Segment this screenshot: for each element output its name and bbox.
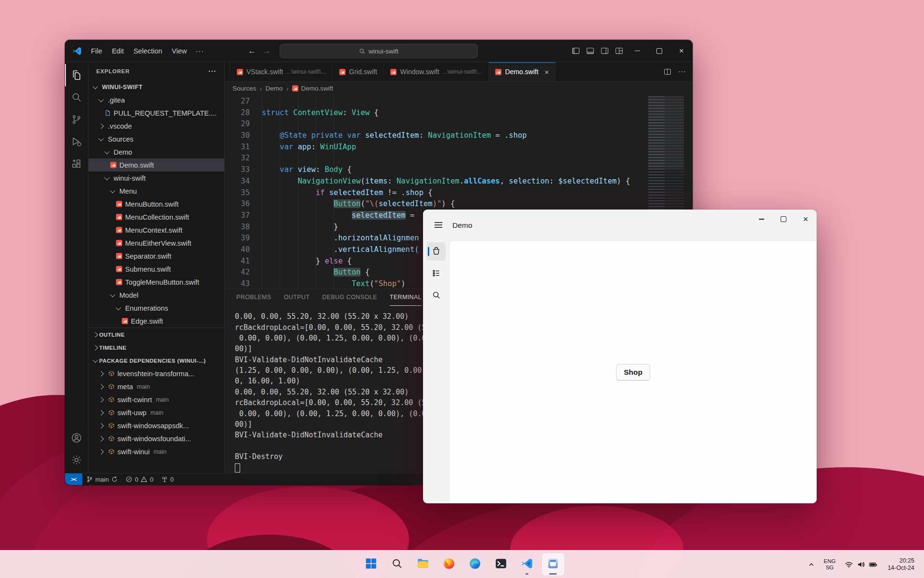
forward-button[interactable]: → bbox=[263, 46, 271, 56]
shop-button[interactable]: Shop bbox=[616, 364, 650, 381]
breadcrumb-item-demo[interactable]: Demo bbox=[266, 85, 283, 92]
demo-app-window: Demo × Shop bbox=[423, 210, 817, 503]
tree-item-menubutton-swift[interactable]: MenuButton.swift bbox=[89, 197, 224, 210]
tree-item-separator-swift[interactable]: Separator.swift bbox=[89, 250, 224, 263]
breadcrumb-item-sources[interactable]: Sources bbox=[232, 85, 257, 92]
back-button[interactable]: ← bbox=[248, 46, 256, 56]
toggle-secondary-sidebar-icon[interactable] bbox=[597, 44, 612, 58]
clock[interactable]: 20:25 14-Oct-24 bbox=[884, 557, 918, 572]
explorer-icon[interactable] bbox=[65, 64, 88, 86]
panel-tab-problems[interactable]: PROBLEMS bbox=[236, 289, 271, 306]
nav-item-bag[interactable] bbox=[426, 242, 446, 261]
package-item-swift-windowsfoundati[interactable]: swift-windowsfoundati... bbox=[89, 432, 224, 445]
tree-label: PULL_REQUEST_TEMPLATE.... bbox=[114, 109, 217, 117]
tree-item-vscode[interactable]: .vscode bbox=[89, 119, 224, 132]
menu-edit[interactable]: Edit bbox=[107, 45, 128, 57]
tree-item-menucollection-swift[interactable]: MenuCollection.swift bbox=[89, 210, 224, 223]
demo-maximize-button[interactable] bbox=[772, 210, 795, 229]
demo-close-button[interactable]: × bbox=[795, 210, 817, 229]
ports-indicator[interactable]: 0 bbox=[157, 473, 178, 485]
tree-item-demo-swift[interactable]: Demo.swift bbox=[89, 158, 224, 171]
menu-more-icon[interactable]: ··· bbox=[192, 47, 208, 55]
vscode-titlebar: FileEditSelectionView ··· ← → winui-swif… bbox=[65, 40, 693, 62]
tree-item-demo[interactable]: Demo bbox=[89, 145, 224, 158]
editor-tab-grid-swift[interactable]: Grid.swift bbox=[333, 62, 384, 81]
tray-status-icons[interactable] bbox=[842, 555, 881, 574]
window-minimize-button[interactable] bbox=[626, 40, 648, 62]
nav-item-search[interactable] bbox=[426, 287, 446, 305]
panel-tab-output[interactable]: OUTPUT bbox=[284, 289, 310, 306]
split-editor-icon[interactable] bbox=[664, 68, 671, 76]
extensions-icon[interactable] bbox=[65, 153, 88, 175]
tree-item-edge-swift[interactable]: Edge.swift bbox=[89, 315, 224, 328]
toggle-panel-icon[interactable] bbox=[583, 44, 597, 58]
taskbar-search-button[interactable] bbox=[386, 553, 409, 576]
demo-minimize-button[interactable] bbox=[750, 210, 772, 229]
editor-tab-vstack-swift[interactable]: VStack.swift...\winui-swift\... bbox=[230, 62, 333, 81]
customize-layout-icon[interactable] bbox=[612, 44, 626, 58]
command-center-search[interactable]: winui-swift bbox=[280, 44, 478, 58]
tray-chevron-up-icon[interactable] bbox=[806, 555, 817, 574]
editor-more-icon[interactable]: ··· bbox=[678, 67, 686, 76]
tree-item-togglemenubutton-swift[interactable]: ToggleMenuButton.swift bbox=[89, 276, 224, 289]
section-label: PACKAGE DEPENDENCIES (WINUI-...) bbox=[99, 358, 206, 364]
section-outline[interactable]: OUTLINE bbox=[89, 328, 224, 341]
taskbar-firefox-button[interactable] bbox=[438, 553, 461, 576]
branch-indicator[interactable]: main bbox=[82, 473, 122, 485]
menu-selection[interactable]: Selection bbox=[128, 45, 167, 57]
explorer-more-icon[interactable]: ··· bbox=[208, 67, 217, 75]
tree-item-winui-swift[interactable]: WINUI-SWIFT bbox=[89, 80, 224, 93]
taskbar-demo-app-button[interactable] bbox=[542, 553, 565, 576]
search-sidebar-icon[interactable] bbox=[65, 86, 88, 108]
tree-item-winui-swift[interactable]: winui-swift bbox=[89, 171, 224, 184]
taskbar-explorer-button[interactable] bbox=[412, 553, 435, 576]
source-control-icon[interactable] bbox=[65, 108, 88, 131]
taskbar-edge-button[interactable] bbox=[464, 553, 487, 576]
tree-item-pull-request-template[interactable]: PULL_REQUEST_TEMPLATE.... bbox=[89, 106, 224, 119]
tree-item-enumerations[interactable]: Enumerations bbox=[89, 302, 224, 315]
problems-indicator[interactable]: 0 0 bbox=[122, 473, 157, 485]
taskbar-start-button[interactable] bbox=[360, 553, 383, 576]
tree-item-gitea[interactable]: .gitea bbox=[89, 93, 224, 106]
window-maximize-button[interactable] bbox=[648, 40, 670, 62]
section-timeline[interactable]: TIMELINE bbox=[89, 341, 224, 354]
tree-item-menucontext-swift[interactable]: MenuContext.swift bbox=[89, 223, 224, 236]
running-indicator bbox=[526, 573, 528, 575]
tab-close-icon[interactable]: × bbox=[545, 68, 549, 76]
panel-tab-debug-console[interactable]: DEBUG CONSOLE bbox=[322, 289, 377, 306]
window-close-button[interactable]: × bbox=[670, 40, 693, 62]
package-item-swift-uwp[interactable]: swift-uwpmain bbox=[89, 406, 224, 419]
menu-view[interactable]: View bbox=[167, 45, 192, 57]
tab-overflow-sliver bbox=[225, 62, 230, 81]
package-item-meta[interactable]: metamain bbox=[89, 380, 224, 393]
toggle-sidebar-icon[interactable] bbox=[568, 44, 583, 58]
run-debug-icon[interactable] bbox=[65, 131, 88, 153]
tree-item-sources[interactable]: Sources bbox=[89, 132, 224, 145]
package-item-swift-cwinrt[interactable]: swift-cwinrtmain bbox=[89, 393, 224, 406]
nav-item-list[interactable] bbox=[426, 264, 446, 283]
tree-label: Submenu.swift bbox=[125, 265, 171, 273]
line-number: 43 bbox=[225, 278, 262, 289]
menu-file[interactable]: File bbox=[86, 45, 107, 57]
package-item-swift-windowsappsdk[interactable]: swift-windowsappsdk... bbox=[89, 419, 224, 432]
account-icon[interactable] bbox=[65, 427, 88, 449]
tree-item-submenu-swift[interactable]: Submenu.swift bbox=[89, 263, 224, 276]
breadcrumb-item-demo-swift[interactable]: Demo.swift bbox=[292, 85, 334, 92]
package-item-levenshtein-transforma[interactable]: levenshtein-transforma... bbox=[89, 367, 224, 380]
section-package-dependencies-winui[interactable]: PACKAGE DEPENDENCIES (WINUI-...) bbox=[89, 354, 224, 367]
remote-indicator[interactable]: >< bbox=[65, 473, 82, 485]
hamburger-icon bbox=[435, 222, 442, 228]
editor-tab-window-swift[interactable]: Window.swift...\winui-swift\... bbox=[384, 62, 489, 81]
taskbar-terminal-button[interactable] bbox=[490, 553, 513, 576]
taskbar-vscode-button[interactable] bbox=[516, 553, 539, 576]
tree-item-menu[interactable]: Menu bbox=[89, 184, 224, 197]
tree-item-menueitherview-swift[interactable]: MenuEitherView.swift bbox=[89, 236, 224, 250]
panel-tab-terminal[interactable]: TERMINAL bbox=[390, 289, 422, 306]
editor-tab-demo-swift[interactable]: Demo.swift× bbox=[489, 62, 556, 81]
package-item-swift-winui[interactable]: swift-winuimain bbox=[89, 445, 224, 458]
language-indicator[interactable]: ENGSG bbox=[820, 558, 839, 571]
edge-icon bbox=[469, 557, 481, 571]
tree-item-model[interactable]: Model bbox=[89, 289, 224, 302]
hamburger-menu-button[interactable] bbox=[430, 217, 447, 233]
settings-gear-icon[interactable] bbox=[65, 449, 88, 471]
